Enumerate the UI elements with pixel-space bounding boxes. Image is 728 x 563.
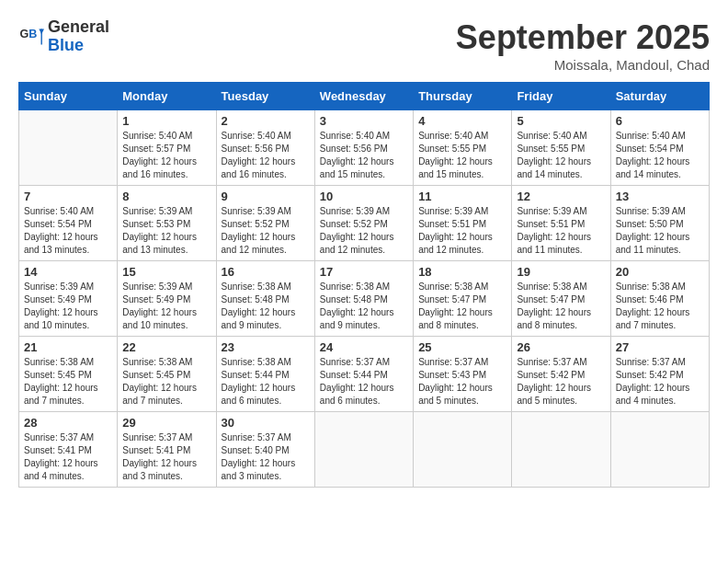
- cell-content: Sunrise: 5:39 AM Sunset: 5:52 PM Dayligh…: [222, 205, 310, 257]
- calendar-cell: 4Sunrise: 5:40 AM Sunset: 5:55 PM Daylig…: [414, 110, 512, 186]
- calendar-cell: 5Sunrise: 5:40 AM Sunset: 5:55 PM Daylig…: [512, 110, 610, 186]
- calendar-cell: 20Sunrise: 5:38 AM Sunset: 5:46 PM Dayli…: [610, 261, 709, 337]
- day-number: 1: [122, 114, 210, 128]
- calendar-cell: [512, 412, 610, 488]
- day-number: 20: [616, 265, 704, 279]
- calendar-cell: 22Sunrise: 5:38 AM Sunset: 5:45 PM Dayli…: [118, 337, 216, 412]
- cell-content: Sunrise: 5:37 AM Sunset: 5:42 PM Dayligh…: [517, 356, 605, 408]
- logo: G B General Blue: [18, 18, 109, 55]
- cell-content: Sunrise: 5:38 AM Sunset: 5:48 PM Dayligh…: [222, 281, 310, 332]
- cell-content: Sunrise: 5:37 AM Sunset: 5:41 PM Dayligh…: [24, 431, 112, 483]
- day-number: 29: [122, 416, 210, 430]
- day-header-thursday: Thursday: [414, 83, 512, 110]
- day-number: 6: [616, 114, 704, 128]
- calendar-cell: 8Sunrise: 5:39 AM Sunset: 5:53 PM Daylig…: [118, 186, 216, 261]
- cell-content: Sunrise: 5:39 AM Sunset: 5:49 PM Dayligh…: [24, 281, 112, 332]
- location-subtitle: Moissala, Mandoul, Chad: [456, 57, 710, 73]
- day-header-sunday: Sunday: [19, 83, 118, 110]
- day-number: 30: [222, 416, 310, 430]
- day-number: 8: [122, 190, 210, 203]
- cell-content: Sunrise: 5:39 AM Sunset: 5:50 PM Dayligh…: [616, 205, 704, 257]
- cell-content: Sunrise: 5:38 AM Sunset: 5:46 PM Dayligh…: [616, 281, 704, 332]
- cell-content: Sunrise: 5:38 AM Sunset: 5:48 PM Dayligh…: [320, 281, 408, 332]
- calendar-cell: 21Sunrise: 5:38 AM Sunset: 5:45 PM Dayli…: [19, 337, 118, 412]
- day-number: 16: [222, 265, 310, 279]
- calendar-cell: 12Sunrise: 5:39 AM Sunset: 5:51 PM Dayli…: [512, 186, 610, 261]
- cell-content: Sunrise: 5:39 AM Sunset: 5:51 PM Dayligh…: [517, 205, 605, 257]
- day-number: 7: [24, 190, 112, 203]
- day-number: 10: [320, 190, 408, 203]
- cell-content: Sunrise: 5:40 AM Sunset: 5:56 PM Dayligh…: [320, 130, 408, 181]
- day-number: 21: [24, 340, 112, 354]
- calendar-cell: 16Sunrise: 5:38 AM Sunset: 5:48 PM Dayli…: [216, 261, 314, 337]
- day-header-friday: Friday: [512, 83, 610, 110]
- calendar-cell: 1Sunrise: 5:40 AM Sunset: 5:57 PM Daylig…: [118, 110, 216, 186]
- title-block: September 2025 Moissala, Mandoul, Chad: [456, 18, 710, 73]
- page-header: G B General Blue September 2025 Moissala…: [18, 18, 710, 73]
- day-number: 12: [517, 190, 605, 203]
- svg-text:G: G: [19, 28, 28, 40]
- day-header-monday: Monday: [118, 83, 216, 110]
- calendar-cell: [314, 412, 413, 488]
- calendar-cell: 25Sunrise: 5:37 AM Sunset: 5:43 PM Dayli…: [414, 337, 512, 412]
- calendar-cell: 11Sunrise: 5:39 AM Sunset: 5:51 PM Dayli…: [414, 186, 512, 261]
- calendar-cell: 18Sunrise: 5:38 AM Sunset: 5:47 PM Dayli…: [414, 261, 512, 337]
- calendar-cell: 29Sunrise: 5:37 AM Sunset: 5:41 PM Dayli…: [118, 412, 216, 488]
- day-number: 13: [616, 190, 704, 203]
- calendar-cell: 9Sunrise: 5:39 AM Sunset: 5:52 PM Daylig…: [216, 186, 314, 261]
- cell-content: Sunrise: 5:40 AM Sunset: 5:57 PM Dayligh…: [122, 130, 210, 181]
- day-number: 28: [24, 416, 112, 430]
- calendar-week-3: 14Sunrise: 5:39 AM Sunset: 5:49 PM Dayli…: [19, 261, 710, 337]
- cell-content: Sunrise: 5:38 AM Sunset: 5:47 PM Dayligh…: [517, 281, 605, 332]
- day-number: 26: [517, 340, 605, 354]
- calendar-cell: 27Sunrise: 5:37 AM Sunset: 5:42 PM Dayli…: [610, 337, 709, 412]
- calendar-cell: [414, 412, 512, 488]
- cell-content: Sunrise: 5:39 AM Sunset: 5:51 PM Dayligh…: [418, 205, 506, 257]
- day-number: 25: [418, 340, 506, 354]
- day-number: 14: [24, 265, 112, 279]
- cell-content: Sunrise: 5:40 AM Sunset: 5:54 PM Dayligh…: [24, 205, 112, 257]
- calendar-cell: 13Sunrise: 5:39 AM Sunset: 5:50 PM Dayli…: [610, 186, 709, 261]
- day-number: 3: [320, 114, 408, 128]
- cell-content: Sunrise: 5:37 AM Sunset: 5:40 PM Dayligh…: [222, 431, 310, 483]
- calendar-cell: [19, 110, 118, 186]
- cell-content: Sunrise: 5:37 AM Sunset: 5:42 PM Dayligh…: [616, 356, 704, 408]
- cell-content: Sunrise: 5:37 AM Sunset: 5:41 PM Dayligh…: [122, 431, 210, 483]
- calendar-table: SundayMondayTuesdayWednesdayThursdayFrid…: [18, 82, 710, 488]
- cell-content: Sunrise: 5:37 AM Sunset: 5:43 PM Dayligh…: [418, 356, 506, 408]
- cell-content: Sunrise: 5:40 AM Sunset: 5:55 PM Dayligh…: [517, 130, 605, 181]
- calendar-cell: 17Sunrise: 5:38 AM Sunset: 5:48 PM Dayli…: [314, 261, 413, 337]
- day-number: 18: [418, 265, 506, 279]
- logo-icon: G B: [18, 24, 44, 50]
- calendar-week-5: 28Sunrise: 5:37 AM Sunset: 5:41 PM Dayli…: [19, 412, 710, 488]
- calendar-cell: 23Sunrise: 5:38 AM Sunset: 5:44 PM Dayli…: [216, 337, 314, 412]
- cell-content: Sunrise: 5:39 AM Sunset: 5:52 PM Dayligh…: [320, 205, 408, 257]
- day-number: 19: [517, 265, 605, 279]
- calendar-cell: 6Sunrise: 5:40 AM Sunset: 5:54 PM Daylig…: [610, 110, 709, 186]
- day-number: 24: [320, 340, 408, 354]
- calendar-cell: 24Sunrise: 5:37 AM Sunset: 5:44 PM Dayli…: [314, 337, 413, 412]
- cell-content: Sunrise: 5:39 AM Sunset: 5:53 PM Dayligh…: [122, 205, 210, 257]
- day-number: 11: [418, 190, 506, 203]
- calendar-week-1: 1Sunrise: 5:40 AM Sunset: 5:57 PM Daylig…: [19, 110, 710, 186]
- cell-content: Sunrise: 5:40 AM Sunset: 5:55 PM Dayligh…: [418, 130, 506, 181]
- cell-content: Sunrise: 5:39 AM Sunset: 5:49 PM Dayligh…: [122, 281, 210, 332]
- cell-content: Sunrise: 5:38 AM Sunset: 5:45 PM Dayligh…: [24, 356, 112, 408]
- calendar-cell: 15Sunrise: 5:39 AM Sunset: 5:49 PM Dayli…: [118, 261, 216, 337]
- cell-content: Sunrise: 5:40 AM Sunset: 5:56 PM Dayligh…: [222, 130, 310, 181]
- calendar-header-row: SundayMondayTuesdayWednesdayThursdayFrid…: [19, 83, 710, 110]
- cell-content: Sunrise: 5:38 AM Sunset: 5:45 PM Dayligh…: [122, 356, 210, 408]
- day-number: 17: [320, 265, 408, 279]
- svg-text:B: B: [28, 28, 37, 40]
- calendar-cell: 2Sunrise: 5:40 AM Sunset: 5:56 PM Daylig…: [216, 110, 314, 186]
- calendar-cell: 30Sunrise: 5:37 AM Sunset: 5:40 PM Dayli…: [216, 412, 314, 488]
- calendar-cell: 28Sunrise: 5:37 AM Sunset: 5:41 PM Dayli…: [19, 412, 118, 488]
- day-number: 2: [222, 114, 310, 128]
- calendar-cell: 7Sunrise: 5:40 AM Sunset: 5:54 PM Daylig…: [19, 186, 118, 261]
- day-header-tuesday: Tuesday: [216, 83, 314, 110]
- calendar-week-2: 7Sunrise: 5:40 AM Sunset: 5:54 PM Daylig…: [19, 186, 710, 261]
- calendar-cell: 26Sunrise: 5:37 AM Sunset: 5:42 PM Dayli…: [512, 337, 610, 412]
- day-number: 23: [222, 340, 310, 354]
- day-number: 9: [222, 190, 310, 203]
- day-number: 5: [517, 114, 605, 128]
